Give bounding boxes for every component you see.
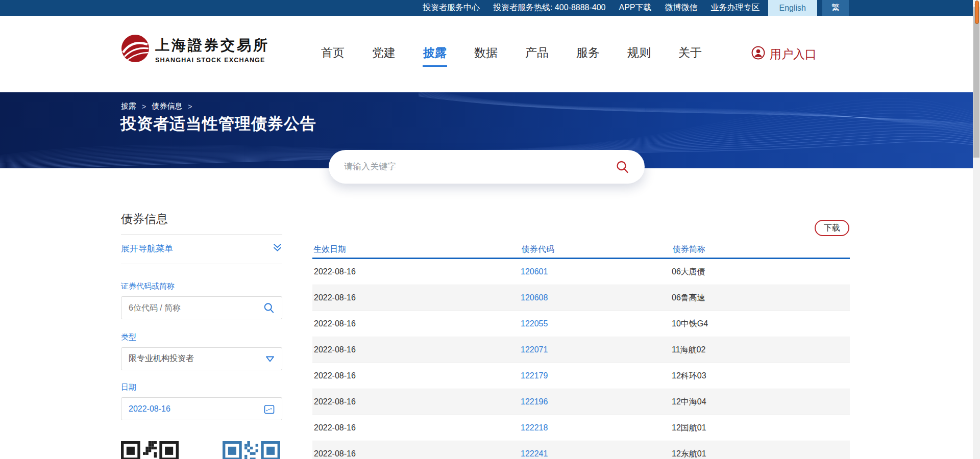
cell-effective-date: 2022-08-16 — [312, 449, 521, 458]
nav-item[interactable]: 党建 — [372, 42, 396, 67]
type-filter-value: 限专业机构投资者 — [129, 353, 194, 364]
cell-effective-date: 2022-08-16 — [312, 371, 521, 380]
download-button[interactable]: 下载 — [815, 220, 849, 236]
bond-code-link[interactable]: 122196 — [521, 397, 672, 406]
column-header-bond-code[interactable]: 债券代码 — [522, 244, 554, 255]
logo-text: 上海證券交易所 SHANGHAI STOCK EXCHANGE — [155, 36, 270, 64]
table-row: 2022-08-16 120608 06鲁高速 — [312, 285, 850, 311]
date-filter-label: 日期 — [121, 382, 136, 392]
table-row: 2022-08-16 122196 12中海04 — [312, 389, 850, 415]
calendar-icon[interactable] — [264, 404, 275, 414]
page-title: 投资者适当性管理债券公告 — [120, 113, 316, 135]
qr-code-left — [121, 441, 179, 459]
topbar: 投资者服务中心 投资者服务热线: 400-8888-400 APP下载 微博微信… — [0, 0, 973, 16]
user-icon — [751, 46, 765, 63]
cell-bond-name: 12东航01 — [672, 449, 850, 459]
bond-code-link[interactable]: 122179 — [521, 371, 672, 380]
column-header-bond-name[interactable]: 债券简称 — [673, 244, 705, 255]
topbar-link[interactable]: 投资者服务热线: 400-8888-400 — [493, 3, 606, 13]
site-header: 上海證券交易所 SHANGHAI STOCK EXCHANGE 首页 党建 披露… — [0, 16, 973, 92]
cell-bond-name: 12国航01 — [672, 423, 850, 434]
code-filter-input[interactable] — [129, 303, 263, 313]
cell-bond-name: 12中海04 — [672, 397, 850, 407]
table-row: 2022-08-16 122071 11海航02 — [312, 337, 850, 363]
date-filter-value: 2022-08-16 — [129, 404, 170, 414]
type-filter-label: 类型 — [121, 333, 136, 342]
expand-nav-menu-label: 展开导航菜单 — [121, 243, 173, 254]
column-header-effective-date[interactable]: 生效日期 — [313, 244, 346, 255]
scrollbar-thumb[interactable] — [973, 7, 979, 158]
nav-item[interactable]: 产品 — [525, 42, 549, 67]
divider — [121, 234, 282, 235]
cell-effective-date: 2022-08-16 — [312, 267, 521, 276]
breadcrumb-separator-icon: > — [188, 103, 192, 111]
cell-bond-name: 06大唐债 — [672, 267, 850, 277]
bond-code-link[interactable]: 120608 — [521, 293, 672, 302]
bond-table-body: 2022-08-16 120601 06大唐债 2022-08-16 12060… — [312, 259, 850, 459]
nav-item[interactable]: 规则 — [627, 42, 651, 67]
bond-code-link[interactable]: 120601 — [521, 267, 672, 276]
cell-effective-date: 2022-08-16 — [312, 345, 521, 354]
expand-nav-menu-button[interactable]: 展开导航菜单 — [121, 243, 282, 254]
language-traditional-button[interactable]: 繁 — [822, 0, 849, 16]
cell-effective-date: 2022-08-16 — [312, 319, 521, 328]
table-row: 2022-08-16 122179 12科环03 — [312, 363, 850, 389]
topbar-link[interactable]: 业务办理专区 — [711, 3, 760, 13]
nav-item[interactable]: 数据 — [474, 42, 498, 67]
main-nav: 首页 党建 披露 数据 产品 服务 规则 关于 — [321, 16, 702, 92]
cell-bond-name: 11海航02 — [672, 345, 850, 355]
user-entry-button[interactable]: 用户入口 — [751, 16, 817, 92]
type-filter-dropdown[interactable]: 限专业机构投资者 — [121, 347, 282, 370]
code-filter-label: 证券代码或简称 — [121, 282, 175, 291]
user-entry-label: 用户入口 — [770, 46, 817, 62]
code-filter-box — [121, 296, 282, 319]
breadcrumb-separator-icon: > — [142, 103, 146, 111]
nav-item[interactable]: 披露 — [423, 42, 447, 67]
search-icon[interactable] — [615, 160, 629, 174]
breadcrumb-link[interactable]: 债券信息 — [152, 101, 182, 111]
topbar-link[interactable]: APP下载 — [619, 3, 652, 13]
keyword-search-input[interactable] — [344, 162, 615, 172]
topbar-link[interactable]: 投资者服务中心 — [423, 3, 480, 13]
cell-bond-name: 06鲁高速 — [672, 293, 850, 303]
language-english-button[interactable]: English — [768, 0, 817, 16]
breadcrumb-link[interactable]: 披露 — [121, 101, 136, 111]
bond-code-link[interactable]: 122218 — [521, 423, 672, 432]
cell-bond-name: 10中铁G4 — [672, 319, 850, 329]
table-row: 2022-08-16 120601 06大唐债 — [312, 259, 850, 285]
bond-code-link[interactable]: 122071 — [521, 345, 672, 354]
bond-code-link[interactable]: 122055 — [521, 319, 672, 328]
logo-title-en: SHANGHAI STOCK EXCHANGE — [155, 57, 270, 64]
page-scrollbar[interactable] — [973, 0, 980, 459]
code-search-icon[interactable] — [263, 302, 275, 314]
divider — [121, 264, 282, 264]
double-chevron-down-icon — [273, 243, 282, 254]
sidebar-section-title: 债券信息 — [121, 211, 168, 227]
logo-title-cn: 上海證券交易所 — [155, 36, 270, 55]
sse-logo-icon — [121, 34, 150, 65]
nav-item[interactable]: 首页 — [321, 42, 345, 67]
topbar-links: 投资者服务中心 投资者服务热线: 400-8888-400 APP下载 微博微信… — [423, 3, 760, 13]
topbar-link[interactable]: 微博微信 — [665, 3, 698, 13]
date-filter-input[interactable]: 2022-08-16 — [121, 397, 282, 420]
keyword-search-bar — [329, 150, 645, 184]
bond-code-link[interactable]: 122241 — [521, 449, 672, 458]
scrollbar-orange-marker — [975, 1, 979, 24]
cell-effective-date: 2022-08-16 — [312, 293, 521, 302]
dropdown-triangle-icon — [265, 355, 275, 363]
breadcrumb: 披露 > 债券信息 > — [121, 101, 192, 111]
cell-bond-name: 12科环03 — [672, 371, 850, 381]
table-row: 2022-08-16 122218 12国航01 — [312, 415, 850, 441]
qr-code-right — [223, 441, 280, 459]
table-row: 2022-08-16 122055 10中铁G4 — [312, 311, 850, 337]
table-row: 2022-08-16 122241 12东航01 — [312, 441, 850, 459]
nav-item[interactable]: 关于 — [678, 42, 702, 67]
cell-effective-date: 2022-08-16 — [312, 397, 521, 406]
sse-logo[interactable]: 上海證券交易所 SHANGHAI STOCK EXCHANGE — [121, 34, 270, 65]
nav-item[interactable]: 服务 — [576, 42, 600, 67]
cell-effective-date: 2022-08-16 — [312, 423, 521, 432]
